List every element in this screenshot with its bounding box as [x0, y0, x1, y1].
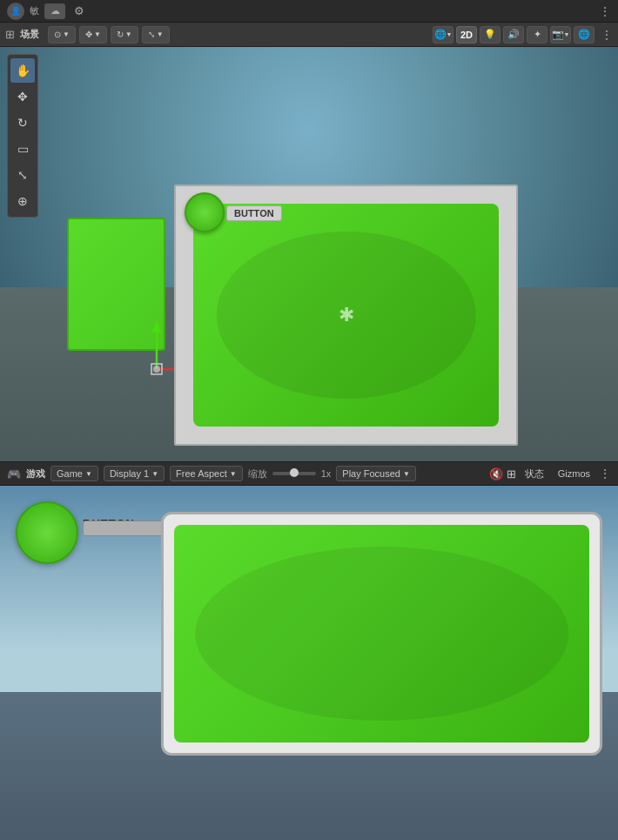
fx-btn[interactable]: ✦ [527, 26, 547, 44]
svg-point-5 [153, 366, 160, 373]
top-bar-username: 敏 [30, 4, 39, 17]
game-dropdown-label: Game [57, 468, 83, 479]
rotate-tool-btn[interactable]: ↻ [10, 111, 35, 135]
camera-btn[interactable]: 📷▼ [550, 26, 571, 44]
audio-btn[interactable]: 🔊 [503, 26, 524, 44]
view-chevron: ▼ [63, 30, 70, 38]
top-bar-menu-dots[interactable]: ⋮ [599, 4, 611, 18]
2d-btn[interactable]: 2D [456, 26, 477, 44]
move-tool[interactable]: ✥▼ [79, 26, 107, 44]
scene-view: ✋ ✥ ↻ ▭ ⤡ ⊕ ✱ BUTTON [0, 47, 618, 461]
gizmos-btn[interactable]: Gizmos [553, 467, 595, 480]
top-bar: 👤 敏 ☁ ⚙ ⋮ [0, 0, 618, 23]
scene-label: 场景 [20, 28, 39, 41]
rotate-tool[interactable]: ↻▼ [111, 26, 138, 44]
status-btn[interactable]: 状态 [520, 467, 549, 481]
cloud-icon[interactable]: ☁ [44, 3, 65, 19]
scene-button-label: BUTTON [226, 205, 282, 221]
zoom-prefix: 缩放 [248, 467, 267, 480]
zoom-slider[interactable] [272, 472, 316, 475]
display-dropdown[interactable]: Display 1 ▼ [104, 466, 165, 481]
play-focused-label: Play Focused [342, 468, 400, 479]
game-ui-circle [16, 501, 78, 564]
game-toolbar-right: 🔇 ⊞ 状态 Gizmos ⋮ [489, 467, 611, 481]
transform-tool-btn[interactable]: ⤡ [10, 163, 35, 187]
game-view: BUTTON [0, 486, 618, 840]
svg-marker-1 [151, 321, 162, 333]
view-dropdown[interactable]: ⊙ ▼ [48, 26, 76, 44]
game-icon: 🎮 [7, 467, 21, 480]
stats-grid-icon[interactable]: ⊞ [507, 467, 516, 480]
game-label: 游戏 [26, 467, 45, 480]
settings-icon[interactable]: ⚙ [71, 3, 88, 20]
rect-tool-btn[interactable]: ▭ [10, 137, 35, 161]
scene-ui-circle [185, 192, 225, 232]
aspect-label: Free Aspect [176, 468, 227, 479]
game-main-panel-inner [174, 525, 589, 743]
globe-btn[interactable]: 🌐▼ [433, 26, 453, 44]
custom-tool-btn[interactable]: ⊕ [10, 189, 35, 213]
scene-grid-icon: ⊞ [5, 28, 15, 41]
game-dropdown-chevron: ▼ [85, 470, 92, 478]
zoom-value: 1x [321, 468, 332, 479]
game-main-panel [161, 512, 602, 756]
mute-icon[interactable]: 🔇 [489, 467, 503, 480]
view2-btn[interactable]: 🌐 [574, 26, 594, 44]
scene-game-cross: ✱ [339, 304, 354, 326]
play-focused-dropdown[interactable]: Play Focused ▼ [336, 466, 416, 481]
game-toolbar: 🎮 游戏 Game ▼ Display 1 ▼ Free Aspect ▼ 缩放… [0, 461, 618, 486]
scene-toolbar: ⊞ 场景 ⊙ ▼ ✥▼ ↻▼ ⤡▼ 🌐▼ 2D 💡 🔊 ✦ 📷▼ 🌐 ⋮ [0, 23, 618, 47]
zoom-dot [290, 468, 299, 477]
game-toolbar-dots[interactable]: ⋮ [599, 467, 611, 480]
aspect-dropdown[interactable]: Free Aspect ▼ [170, 466, 243, 481]
light-btn[interactable]: 💡 [480, 26, 500, 44]
left-tool-panel: ✋ ✥ ↻ ▭ ⤡ ⊕ [7, 54, 38, 218]
aspect-chevron: ▼ [230, 470, 237, 478]
scene-game-panel: ✱ [174, 185, 518, 446]
play-focused-chevron: ▼ [403, 470, 410, 478]
user-icon[interactable]: 👤 [7, 3, 24, 20]
view-icon: ⊙ [54, 30, 61, 39]
game-dropdown[interactable]: Game ▼ [50, 466, 98, 481]
hand-tool[interactable]: ✋ [10, 58, 35, 83]
display-chevron: ▼ [151, 470, 158, 478]
game-main-ellipse [195, 547, 568, 721]
move-tool-btn[interactable]: ✥ [10, 84, 35, 109]
scene-toolbar-dots[interactable]: ⋮ [601, 28, 613, 42]
scene-game-panel-inner: ✱ [193, 204, 499, 427]
scale-tool[interactable]: ⤡▼ [142, 26, 170, 44]
display-label: Display 1 [110, 468, 149, 479]
toolbar-right: 🌐▼ 2D 💡 🔊 ✦ 📷▼ 🌐 ⋮ [433, 26, 613, 44]
